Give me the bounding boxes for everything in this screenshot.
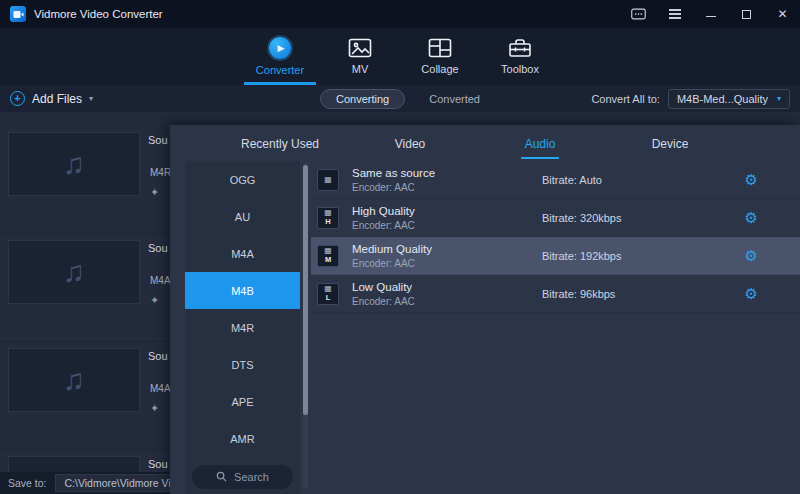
image-icon [348, 38, 372, 58]
tab-video[interactable]: Video [345, 125, 475, 161]
sidebar-scrollbar-thumb[interactable] [303, 165, 308, 415]
profile-row-high-quality[interactable]: ▦H High Quality Encoder: AAC Bitrate: 32… [311, 199, 800, 237]
main-navbar: ▶ Converter MV Collage Toolbox [0, 28, 800, 85]
profile-encoder: Encoder: AAC [352, 296, 542, 307]
tab-audio[interactable]: Audio [475, 125, 605, 161]
maximize-button[interactable] [739, 7, 754, 22]
format-item-dts[interactable]: DTS [185, 346, 300, 383]
nav-tab-label: Toolbox [501, 63, 539, 75]
effect-icon[interactable]: ✦ [150, 294, 159, 307]
profile-encoder: Encoder: AAC [352, 182, 542, 193]
chevron-down-icon: ▾ [89, 95, 93, 103]
profile-encoder: Encoder: AAC [352, 220, 542, 231]
profile-bitrate: Bitrate: 96kbps [542, 288, 615, 300]
format-item-amr[interactable]: AMR [185, 420, 300, 457]
chevron-down-icon: ▾ [777, 95, 781, 103]
file-list-item[interactable]: ♫ Sou M4A ✦ [0, 234, 170, 342]
gear-icon[interactable]: ⚙ [745, 248, 758, 263]
nav-tab-label: MV [352, 63, 369, 75]
profile-name: Same as source [352, 167, 542, 179]
save-path-tab[interactable]: C:\Vidmore\Vidmore Vid [55, 474, 187, 492]
profile-name: Medium Quality [352, 243, 542, 255]
nav-tab-converter[interactable]: ▶ Converter [244, 28, 316, 85]
gear-icon[interactable]: ⚙ [745, 210, 758, 225]
nav-tab-label: Converter [256, 64, 304, 76]
music-note-icon: ♫ [63, 257, 86, 287]
format-panel-tabs: Recently Used Video Audio Device [170, 125, 800, 161]
play-circle-icon: ▶ [269, 37, 291, 59]
save-to-label: Save to: [8, 477, 47, 489]
close-button[interactable]: ✕ [775, 7, 790, 22]
effect-icon[interactable]: ✦ [150, 186, 159, 199]
app-title: Vidmore Video Converter [34, 8, 163, 20]
app-logo-video-camera-icon [10, 6, 26, 22]
file-list-item[interactable]: ♫ Sou M4A ✦ [0, 342, 170, 450]
file-title: Sou [148, 458, 168, 470]
file-format-label: M4R [150, 167, 171, 178]
profile-row-low-quality[interactable]: ▦L Low Quality Encoder: AAC Bitrate: 96k… [311, 275, 800, 313]
audio-thumbnail[interactable]: ♫ [8, 348, 140, 412]
plus-circle-icon: + [10, 91, 25, 106]
convert-all-value: M4B-Med...Quality [677, 93, 768, 105]
add-files-button[interactable]: + Add Files ▾ [10, 91, 93, 106]
format-item-ogg[interactable]: OGG [185, 161, 300, 198]
toolbox-icon [508, 38, 532, 58]
profile-name: High Quality [352, 205, 542, 217]
format-file-icon: ▦H [317, 207, 339, 229]
gear-icon[interactable]: ⚙ [745, 172, 758, 187]
effect-icon[interactable]: ✦ [150, 402, 159, 415]
collage-grid-icon [428, 38, 452, 58]
feedback-icon[interactable] [631, 7, 646, 22]
profile-bitrate: Bitrate: 192kbps [542, 250, 622, 262]
format-sidebar: OGG AU M4A M4B M4R DTS APE AMR Search [185, 161, 300, 494]
file-format-label: M4A [150, 383, 171, 394]
profile-row-medium-quality[interactable]: ▦M Medium Quality Encoder: AAC Bitrate: … [311, 237, 800, 275]
audio-thumbnail[interactable]: ♫ [8, 240, 140, 304]
file-title: Sou [148, 350, 168, 362]
profile-bitrate: Bitrate: 320kbps [542, 212, 622, 224]
music-note-icon: ♫ [63, 149, 86, 179]
file-list-item[interactable]: ♫ Sou M4R ✦ [0, 126, 170, 234]
format-item-m4b[interactable]: M4B [185, 272, 300, 309]
nav-tabs: ▶ Converter MV Collage Toolbox [0, 28, 800, 85]
nav-tab-collage[interactable]: Collage [404, 28, 476, 85]
format-item-m4a[interactable]: M4A [185, 235, 300, 272]
profile-name: Low Quality [352, 281, 542, 293]
file-title: Sou [148, 134, 168, 146]
format-file-icon: ▦ [317, 169, 339, 191]
window-controls: ✕ [631, 7, 790, 22]
minimize-button[interactable] [703, 7, 718, 22]
converted-tab[interactable]: Converted [429, 93, 480, 105]
toolbar: + Add Files ▾ Converting Converted Conve… [0, 85, 800, 112]
gear-icon[interactable]: ⚙ [745, 286, 758, 301]
convert-all-dropdown[interactable]: M4B-Med...Quality ▾ [668, 89, 790, 109]
format-file-icon: ▦M [317, 245, 339, 267]
add-files-label: Add Files [32, 92, 82, 106]
tab-device[interactable]: Device [605, 125, 735, 161]
file-format-label: M4A [150, 275, 171, 286]
music-note-icon: ♫ [63, 365, 86, 395]
file-title: Sou [148, 242, 168, 254]
converting-tab[interactable]: Converting [320, 89, 405, 109]
view-toggle: Converting Converted [320, 89, 480, 109]
format-item-au[interactable]: AU [185, 198, 300, 235]
search-label: Search [234, 471, 269, 483]
convert-all-label: Convert All to: [591, 93, 659, 105]
format-panel: Recently Used Video Audio Device OGG AU … [170, 125, 800, 494]
audio-thumbnail[interactable]: ♫ [8, 132, 140, 196]
search-icon [216, 471, 227, 484]
profile-encoder: Encoder: AAC [352, 258, 542, 269]
format-item-ape[interactable]: APE [185, 383, 300, 420]
titlebar: Vidmore Video Converter ✕ [0, 0, 800, 28]
nav-tab-mv[interactable]: MV [324, 28, 396, 85]
profile-bitrate: Bitrate: Auto [542, 174, 602, 186]
format-file-icon: ▦L [317, 283, 339, 305]
sidebar-scrollbar-track[interactable] [303, 163, 308, 488]
menu-icon[interactable] [667, 7, 682, 22]
format-search-box[interactable]: Search [192, 465, 293, 489]
profile-list: ▦ Same as source Encoder: AAC Bitrate: A… [311, 161, 800, 494]
tab-recently-used[interactable]: Recently Used [215, 125, 345, 161]
profile-row-same-as-source[interactable]: ▦ Same as source Encoder: AAC Bitrate: A… [311, 161, 800, 199]
format-item-m4r[interactable]: M4R [185, 309, 300, 346]
nav-tab-toolbox[interactable]: Toolbox [484, 28, 556, 85]
